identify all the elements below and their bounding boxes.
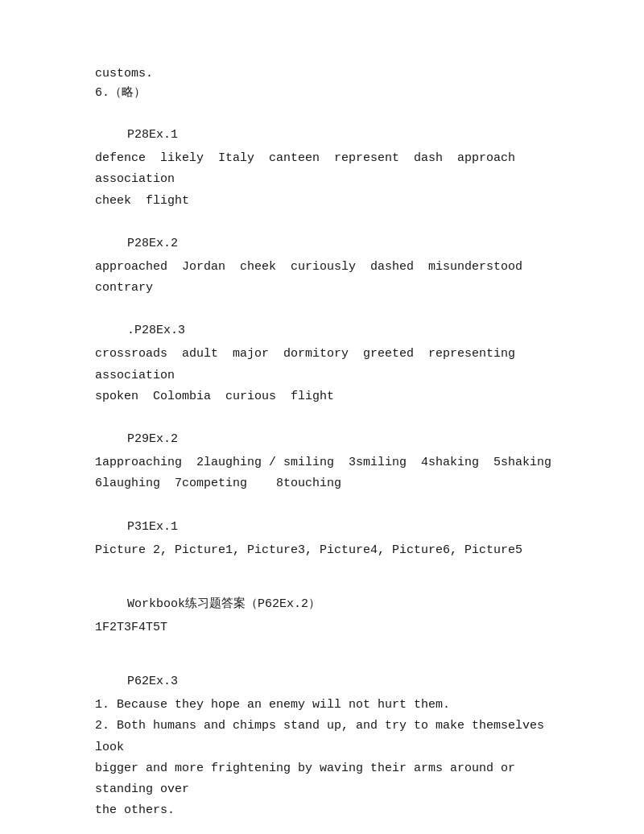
content-p31ex1: Picture 2, Picture1, Picture3, Picture4,…: [95, 540, 564, 561]
opening-lines: customs. 6.（略）: [95, 64, 564, 103]
section-p28ex1: P28Ex.1 defence likely Italy canteen rep…: [95, 126, 564, 212]
heading-workbook: Workbook练习题答案（P62Ex.2）: [127, 595, 564, 614]
content-p28ex2: approached Jordan cheek curiously dashed…: [95, 257, 564, 299]
section-p28ex3: .P28Ex.3 crossroads adult major dormitor…: [95, 321, 564, 407]
content-p29ex2: 1approaching 2laughing / smiling 3smilin…: [95, 452, 564, 495]
section-p28ex2: P28Ex.2 approached Jordan cheek curiousl…: [95, 234, 564, 299]
content-p28ex1: defence likely Italy canteen represent d…: [95, 148, 564, 212]
heading-p28ex1: P28Ex.1: [127, 126, 564, 145]
section-workbook: Workbook练习题答案（P62Ex.2） 1F2T3F4T5T: [95, 595, 564, 638]
heading-p28ex2: P28Ex.2: [127, 234, 564, 254]
customs-line: customs.: [95, 64, 564, 84]
heading-p28ex3: .P28Ex.3: [127, 321, 564, 341]
heading-p31ex1: P31Ex.1: [127, 518, 564, 537]
content-p28ex3: crossroads adult major dormitory greeted…: [95, 344, 564, 407]
heading-p62ex3: P62Ex.3: [127, 672, 564, 692]
section-p29ex2: P29Ex.2 1approaching 2laughing / smiling…: [95, 430, 564, 495]
content-workbook: 1F2T3F4T5T: [95, 617, 564, 638]
content-p62ex3: 1. Because they hope an enemy will not h…: [95, 695, 564, 822]
item6-line: 6.（略）: [95, 84, 564, 103]
heading-p29ex2: P29Ex.2: [127, 430, 564, 449]
section-p62ex3: P62Ex.3 1. Because they hope an enemy wi…: [95, 672, 564, 822]
page-content: customs. 6.（略） P28Ex.1 defence likely It…: [95, 64, 564, 822]
section-p31ex1: P31Ex.1 Picture 2, Picture1, Picture3, P…: [95, 518, 564, 561]
